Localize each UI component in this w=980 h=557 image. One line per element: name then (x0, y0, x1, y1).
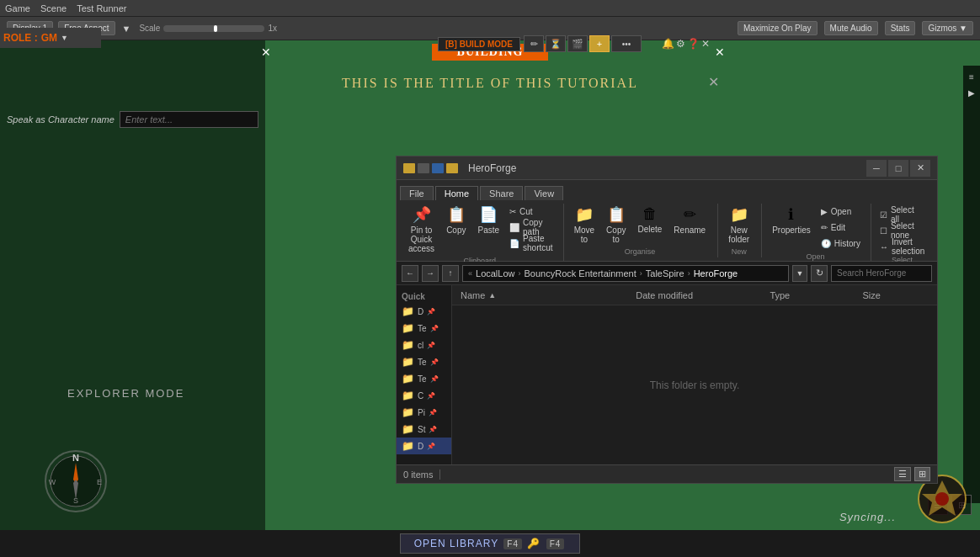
fe-new-folder-btn[interactable]: 📁 Newfolder (723, 204, 754, 246)
ts-bell-icon[interactable]: 🔔 (662, 38, 674, 50)
fe-sidebar-item-9[interactable]: 📁 D 📌 (397, 438, 451, 454)
fe-col-date-header[interactable]: Date modified (631, 290, 764, 300)
role-dropdown-icon[interactable]: ▼ (61, 34, 68, 42)
edit-icon: ✏ (821, 223, 828, 232)
fe-select-all-btn[interactable]: ☑ Select all (876, 207, 928, 222)
fe-tab-home[interactable]: Home (435, 186, 478, 200)
building-close-left[interactable]: ✕ (261, 45, 271, 59)
fe-col-name-header[interactable]: Name ▲ (455, 290, 631, 300)
fe-column-headers: Name ▲ Date modified Type Size (452, 285, 937, 305)
ts-gear-icon[interactable]: ⚙ (676, 38, 685, 50)
fe-up-btn[interactable]: ↑ (442, 265, 459, 282)
scale-slider[interactable] (163, 25, 264, 32)
new-folder-icon: 📁 (730, 205, 748, 224)
fe-sidebar-item-4[interactable]: 📁 Te 📌 (397, 353, 451, 370)
copy-icon: 📋 (447, 205, 466, 224)
address-part-bouncyrock[interactable]: BouncyRock Entertainment (525, 268, 636, 278)
fe-sidebar-item-8[interactable]: 📁 St 📌 (397, 421, 451, 438)
rename-icon: ✏ (684, 205, 696, 224)
properties-icon: ℹ (788, 205, 794, 224)
fe-history-btn[interactable]: 🕐 History (818, 236, 864, 251)
ts-question-icon[interactable]: ❓ (687, 38, 700, 50)
building-close-right[interactable]: ✕ (715, 45, 725, 59)
pin-icon-9: 📌 (427, 443, 435, 450)
fe-tab-file[interactable]: File (400, 186, 434, 200)
ts-hourglass-btn[interactable]: ⏳ (546, 35, 566, 52)
ts-plus-btn[interactable]: + (589, 35, 610, 52)
fe-rename-btn[interactable]: ✏ Rename (668, 204, 711, 236)
fe-copy-to-btn[interactable]: 📋 Copyto (601, 204, 631, 246)
address-part-heroforge[interactable]: HeroForge (694, 268, 738, 278)
fe-delete-btn[interactable]: 🗑 Delete (632, 204, 667, 236)
fe-forward-btn[interactable]: → (422, 265, 439, 282)
ts-right-icon-1[interactable]: ≡ (969, 72, 974, 82)
fe-invert-selection-btn[interactable]: ↔ Invert selection (876, 239, 928, 254)
fe-grid-view-btn[interactable]: ⊞ (914, 467, 930, 481)
fe-pin-to-quick-access-btn[interactable]: 📌 Pin to Quickaccess (403, 204, 439, 255)
tutorial-title-bar: This is the title of this tutorial ✕ (0, 76, 980, 91)
maximize-on-play-btn[interactable]: Maximize On Play (738, 21, 818, 35)
fe-col-type-header[interactable]: Type (764, 290, 857, 300)
fe-sidebar-item-1[interactable]: 📁 D 📌 (397, 303, 451, 320)
fe-select-none-btn[interactable]: ☐ Select none (876, 223, 928, 238)
address-part-talespire[interactable]: TaleSpire (646, 268, 684, 278)
cut-icon: ✂ (509, 207, 516, 216)
fe-cut-btn[interactable]: ✂ Cut (506, 204, 557, 219)
open-library-btn[interactable]: Open Library F4 🔑 F4 (400, 533, 581, 554)
fe-maximize-btn[interactable]: □ (888, 160, 908, 177)
fe-edit-btn[interactable]: ✏ Edit (818, 220, 864, 235)
fe-close-btn[interactable]: ✕ (910, 160, 930, 177)
aspect-dropdown-icon[interactable]: ▼ (119, 22, 135, 35)
pin-icon-4: 📌 (430, 358, 439, 366)
pin-icon-3: 📌 (427, 342, 435, 349)
stats-btn[interactable]: Stats (885, 21, 916, 35)
fe-paste-shortcut-btn[interactable]: 📄 Paste shortcut (506, 236, 557, 251)
fe-properties-btn[interactable]: ℹ Properties (767, 204, 816, 236)
mute-audio-btn[interactable]: Mute Audio (824, 21, 878, 35)
fe-select-group: ☑ Select all ☐ Select none ↔ Invert sele… (876, 204, 935, 266)
test-runner-tab[interactable]: Test Runner (77, 3, 126, 13)
fe-sidebar-item-3[interactable]: 📁 cl 📌 (397, 337, 451, 353)
fe-folder-icons (403, 163, 458, 173)
pin-icon-8: 📌 (429, 426, 437, 433)
ts-x-icon[interactable]: ✕ (701, 38, 710, 50)
role-bar: ROLE : GM ▼ (0, 28, 101, 48)
fe-paste-btn[interactable]: 📄 Paste (472, 204, 504, 236)
scene-tab[interactable]: Scene (40, 3, 67, 13)
ts-pencil-btn[interactable]: ✏ (524, 35, 544, 52)
fe-copy-btn[interactable]: 📋 Copy (441, 204, 471, 236)
fe-sidebar-label-1: D (418, 307, 423, 316)
fe-minimize-btn[interactable]: ─ (866, 160, 887, 177)
ts-film-btn[interactable]: 🎬 (567, 35, 588, 52)
scale-label: Scale (139, 24, 160, 33)
fe-back-btn[interactable]: ← (402, 265, 418, 282)
fe-sidebar-item-5[interactable]: 📁 Te 📌 (397, 370, 451, 387)
fe-list-view-btn[interactable]: ☰ (894, 467, 911, 481)
fe-search-input[interactable] (831, 265, 932, 282)
fe-address-dropdown-btn[interactable]: ▼ (792, 265, 807, 282)
fe-sidebar-label-5: Te (418, 374, 427, 384)
speak-as-input[interactable] (120, 111, 258, 128)
history-icon: 🕐 (821, 239, 831, 248)
fe-sidebar-item-7[interactable]: 📁 Pi 📌 (397, 404, 451, 421)
fe-sidebar-item-6[interactable]: 📁 C 📌 (397, 387, 451, 404)
tutorial-close-icon[interactable]: ✕ (708, 74, 719, 90)
address-part-localapp[interactable]: LocalLow (476, 268, 514, 278)
fe-open-btn[interactable]: ▶ Open (818, 204, 864, 219)
game-tab[interactable]: Game (5, 3, 30, 13)
gizmos-btn[interactable]: Gizmos ▼ (922, 21, 973, 35)
fe-move-to-btn[interactable]: 📁 Moveto (569, 204, 599, 246)
fe-col-size-header[interactable]: Size (858, 290, 934, 300)
ts-dots-btn[interactable]: ••• (611, 35, 642, 52)
fe-titlebar: HeroForge ─ □ ✕ (397, 156, 937, 180)
fe-sidebar-label-4: Te (418, 358, 427, 367)
fe-sidebar-label-2: Te (418, 324, 427, 333)
fe-tab-view[interactable]: View (525, 186, 563, 200)
fe-title-text: HeroForge (468, 162, 516, 174)
fe-sidebar-item-2[interactable]: 📁 Te 📌 (397, 320, 451, 337)
ts-right-icon-2[interactable]: ▶ (968, 88, 975, 98)
fe-copy-path-btn[interactable]: ⬜ Copy path (506, 220, 557, 235)
fe-refresh-btn[interactable]: ↻ (811, 265, 828, 282)
fe-tab-share[interactable]: Share (480, 186, 523, 200)
fe-select-small-group: ☑ Select all ☐ Select none ↔ Invert sele… (876, 207, 928, 254)
